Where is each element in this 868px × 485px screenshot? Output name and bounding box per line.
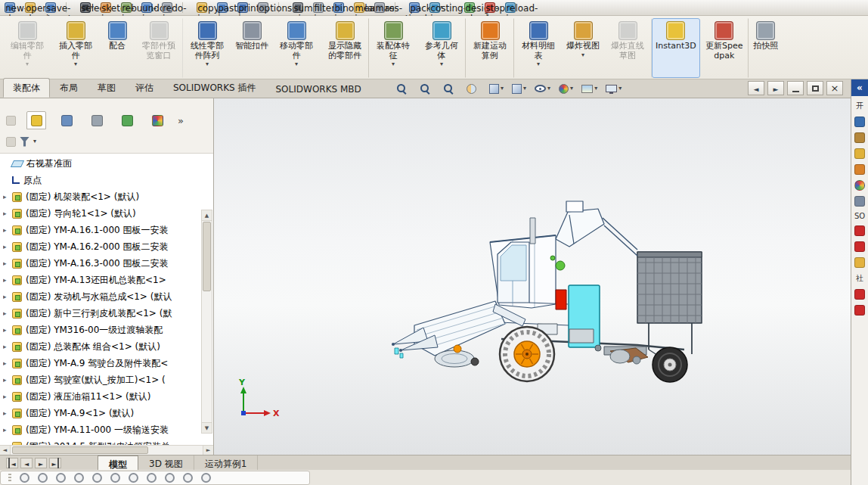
expand-arrow-icon[interactable] <box>3 426 12 434</box>
heads-up-button[interactable] <box>580 81 599 96</box>
feature-tree-item[interactable]: (固定) YM-A.16.3-000 围板二安装 <box>3 255 200 272</box>
expand-arrow-icon[interactable] <box>3 409 12 417</box>
scroll-down-icon[interactable]: ▼ <box>202 422 212 433</box>
quick-access-button[interactable]: rebuild-icon <box>121 2 135 13</box>
selection-filter-icon[interactable] <box>20 473 29 483</box>
ribbon-button[interactable]: 零部件预览窗口 <box>135 18 183 78</box>
selection-filter-icon[interactable] <box>38 473 48 483</box>
heads-up-button[interactable] <box>604 81 623 96</box>
heads-up-button[interactable] <box>510 81 528 96</box>
ribbon-button[interactable]: Instant3D <box>652 18 700 78</box>
filter-caret-icon[interactable] <box>33 138 36 145</box>
ribbon-button[interactable]: 爆炸视图 <box>563 18 603 78</box>
window-control-button[interactable] <box>767 81 784 95</box>
feature-tree-item[interactable]: (固定) 2014.5 新型剥皮油箱安装总 <box>3 438 200 445</box>
quick-access-button[interactable]: options-gear-icon <box>258 2 279 13</box>
quick-access-button[interactable]: pack-and-go-icon <box>409 2 423 13</box>
quick-access-button[interactable]: print-icon <box>237 2 251 13</box>
quick-access-button[interactable]: sketch-icon <box>101 2 114 13</box>
feature-tree-item[interactable]: (固定) 导向轮1<1> (默认) <box>3 205 200 222</box>
expand-arrow-icon[interactable] <box>3 210 12 217</box>
feature-tree-item[interactable]: (固定) 机架装配<1> (默认) <box>3 188 200 205</box>
expand-arrow-icon[interactable] <box>3 293 12 300</box>
quick-access-button[interactable]: mass-properties-icon <box>374 2 395 13</box>
taskpane-item[interactable] <box>854 180 865 191</box>
taskpane-item[interactable]: SO <box>854 212 865 220</box>
pane-option-icon[interactable] <box>6 116 16 126</box>
toolbar-grip-handle[interactable] <box>8 474 11 483</box>
window-control-button[interactable] <box>748 81 764 95</box>
heads-up-button[interactable] <box>488 81 505 96</box>
heads-up-button[interactable] <box>442 81 460 96</box>
taskpane-item[interactable] <box>854 257 865 268</box>
taskpane-item[interactable] <box>854 117 865 127</box>
graphics-viewport[interactable]: Y X <box>214 98 851 455</box>
expand-arrow-icon[interactable] <box>3 226 12 234</box>
command-tab[interactable]: SOLIDWORKS 插件 <box>163 78 265 98</box>
taskpane-item[interactable] <box>854 164 865 175</box>
panel-tab[interactable] <box>87 111 107 129</box>
feature-tree-item[interactable]: (固定) YM-A.16.2-000 围板二安装 <box>3 238 200 255</box>
selection-filter-icon[interactable] <box>147 473 157 483</box>
tab-nav-button[interactable] <box>35 458 47 468</box>
feature-tree-item[interactable]: 右视基准面 <box>3 155 200 172</box>
feature-tree-item[interactable]: 原点 <box>3 172 200 188</box>
feature-tree-item[interactable]: (固定) YM-A.13还田机总装配<1> <box>3 272 200 288</box>
selection-filter-icon[interactable] <box>183 473 193 483</box>
tab-nav-button[interactable] <box>20 458 33 468</box>
feature-tree-item[interactable]: (固定) 发动机与水箱总成<1> (默认 <box>3 288 200 305</box>
expand-arrow-icon[interactable] <box>3 393 12 400</box>
quick-access-button[interactable]: select-arrow-icon <box>80 2 94 13</box>
ribbon-button[interactable]: 配合 <box>100 18 135 78</box>
panel-tab[interactable] <box>117 111 137 129</box>
quick-access-button[interactable]: measure-icon <box>354 2 367 13</box>
quick-access-button[interactable]: redo-icon <box>162 2 183 13</box>
taskpane-item[interactable] <box>854 148 865 159</box>
heads-up-button[interactable] <box>465 81 482 96</box>
taskpane-item[interactable] <box>854 305 865 316</box>
taskpane-item[interactable] <box>854 196 865 207</box>
feature-tree-item[interactable]: (固定) YM-A.11-000 一级输送安装 <box>3 421 200 438</box>
command-tab[interactable]: 评估 <box>126 78 163 98</box>
window-control-button[interactable] <box>826 81 843 95</box>
expand-arrow-icon[interactable] <box>3 309 12 317</box>
panel-more-chevron-icon[interactable] <box>178 115 184 126</box>
quick-access-button[interactable]: paste-icon <box>217 2 231 13</box>
quick-access-button[interactable]: stop-icon <box>485 2 498 13</box>
expand-arrow-icon[interactable] <box>3 326 12 334</box>
selection-filter-icon[interactable] <box>129 473 138 483</box>
scroll-left-icon[interactable]: ◄ <box>0 446 11 455</box>
expand-arrow-icon[interactable] <box>3 376 12 384</box>
ribbon-button[interactable]: 新建运动算例 <box>466 18 514 78</box>
pane-option-icon[interactable] <box>6 137 16 147</box>
scrollbar-thumb[interactable] <box>203 222 211 291</box>
feature-tree-item[interactable]: (固定) 总装配体 组合<1> (默认) <box>3 338 200 355</box>
expand-arrow-icon[interactable] <box>3 276 12 284</box>
document-tab[interactable]: 3D 视图 <box>138 455 194 470</box>
tree-horizontal-scrollbar[interactable]: ◄ ► <box>0 445 213 455</box>
collapse-taskpane-icon[interactable] <box>851 79 868 96</box>
quick-access-button[interactable]: filter-icon <box>313 2 327 13</box>
quick-access-button[interactable]: binoculars-icon <box>333 2 347 13</box>
filter-funnel-icon[interactable] <box>20 137 29 147</box>
selection-filter-icon[interactable] <box>92 473 102 483</box>
ribbon-button[interactable]: 爆炸直线草图 <box>603 18 652 78</box>
panel-tab[interactable] <box>57 111 76 129</box>
command-tab[interactable]: 草图 <box>88 78 126 98</box>
heads-up-button[interactable] <box>395 81 413 96</box>
feature-tree-item[interactable]: (固定) 新中三行剥皮机装配<1> (默 <box>3 305 200 322</box>
expand-arrow-icon[interactable] <box>3 359 12 367</box>
panel-tab[interactable] <box>26 111 46 129</box>
tab-nav-button[interactable] <box>49 458 61 468</box>
ribbon-button[interactable]: 移动零部件 <box>272 18 321 78</box>
taskpane-item[interactable] <box>854 132 865 143</box>
feature-tree-item[interactable]: (固定) 驾驶室(默认_按加工)<1> ( <box>3 372 200 388</box>
ribbon-button[interactable]: 材料明细表 <box>514 18 563 78</box>
quick-access-button[interactable]: reload-icon <box>505 2 519 13</box>
document-tab[interactable]: 模型 <box>98 455 138 470</box>
ribbon-button[interactable]: 装配体特征 <box>369 18 417 78</box>
heads-up-button[interactable] <box>418 81 436 96</box>
expand-arrow-icon[interactable] <box>3 243 12 250</box>
ribbon-button[interactable]: 编辑零部件 <box>3 18 51 78</box>
tree-vertical-scrollbar[interactable]: ▲ ▼ <box>201 210 212 434</box>
